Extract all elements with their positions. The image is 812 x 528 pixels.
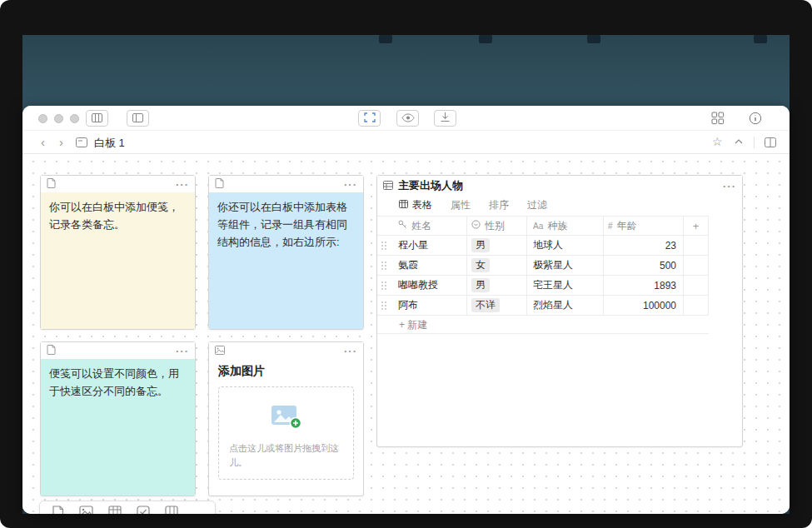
image-dropzone[interactable]: 点击这儿或将图片拖拽到这 儿。 bbox=[218, 386, 354, 480]
insert-table-button[interactable] bbox=[108, 506, 122, 514]
info-button[interactable] bbox=[749, 112, 762, 125]
gender-tag: 男 bbox=[471, 238, 490, 252]
note-icon bbox=[47, 177, 56, 192]
card-header: ··· bbox=[41, 342, 195, 359]
gender-tag: 不详 bbox=[471, 298, 500, 312]
cell-name[interactable]: 嘟嘟教授 bbox=[391, 276, 467, 295]
image-card-title: 添加图片 bbox=[218, 364, 354, 379]
add-column-button[interactable]: + bbox=[684, 217, 709, 235]
drag-handle-icon[interactable] bbox=[381, 262, 386, 270]
sticky-note-card[interactable]: ··· 你还可以在白板中添加表格等组件，记录一组具有相同结构的信息，如右边所示: bbox=[208, 175, 364, 330]
close-button[interactable] bbox=[38, 114, 47, 123]
split-view-button[interactable] bbox=[765, 137, 776, 147]
table-icon bbox=[383, 178, 393, 193]
cell-gender[interactable]: 女 bbox=[467, 256, 527, 275]
cell-race[interactable]: 极紫星人 bbox=[527, 256, 604, 275]
cell-age[interactable]: 100000 bbox=[604, 296, 684, 315]
column-header-age[interactable]: # 年龄 bbox=[604, 217, 684, 235]
cell-name[interactable]: 程小星 bbox=[391, 236, 467, 255]
note-icon bbox=[47, 343, 56, 358]
note-text: 你可以在白板中添加便笺，记录各类备忘。 bbox=[41, 192, 195, 329]
selection-frame-icon bbox=[364, 112, 376, 125]
add-row-button[interactable]: + 新建 bbox=[377, 316, 709, 334]
text-type-icon: Aa bbox=[533, 222, 543, 231]
insert-note-button[interactable] bbox=[52, 506, 64, 514]
card-more-button[interactable]: ··· bbox=[723, 181, 736, 192]
tab-table[interactable]: 表格 bbox=[399, 198, 432, 212]
desktop-wallpaper: ‹ › 白板 1 ☆ ··· 你可以在白板中添加便笺，记录各类备忘。 bbox=[22, 35, 790, 514]
column-header-race[interactable]: Aa 种族 bbox=[527, 217, 604, 235]
sidebar-toggle-button[interactable] bbox=[127, 110, 149, 127]
sticky-note-card[interactable]: ··· 便笺可以设置不同颜色，用于快速区分不同的备忘。 bbox=[40, 341, 196, 496]
select-type-icon bbox=[471, 220, 481, 232]
table-toolbar: 表格 属性 排序 过滤 bbox=[377, 194, 742, 216]
grid-icon bbox=[711, 115, 725, 127]
dropzone-hint: 点击这儿或将图片拖拽到这 儿。 bbox=[229, 441, 339, 470]
card-header: ··· bbox=[209, 176, 363, 192]
cell-name[interactable]: 氨霞 bbox=[391, 256, 467, 275]
cell-race[interactable]: 地球人 bbox=[527, 236, 604, 255]
note-text: 便笺可以设置不同颜色，用于快速区分不同的备忘。 bbox=[41, 359, 195, 496]
image-card[interactable]: ··· 添加图片 bbox=[208, 341, 364, 496]
column-header-name[interactable]: 姓名 bbox=[391, 217, 467, 235]
cell-age[interactable]: 1893 bbox=[604, 276, 684, 295]
cell-gender[interactable]: 不详 bbox=[467, 296, 527, 315]
whiteboard-icon bbox=[76, 137, 87, 147]
tab-properties[interactable]: 属性 bbox=[451, 198, 471, 212]
column-header-gender[interactable]: 性别 bbox=[467, 217, 527, 235]
table-title: 主要出场人物 bbox=[398, 178, 463, 193]
nav-back-button[interactable]: ‹ bbox=[41, 135, 45, 149]
drag-handle-icon[interactable] bbox=[381, 242, 386, 250]
cell-age[interactable]: 500 bbox=[604, 256, 684, 275]
eye-icon bbox=[401, 112, 415, 125]
card-header: 主要出场人物 ··· bbox=[377, 176, 742, 194]
insert-todo-button[interactable] bbox=[137, 506, 150, 514]
zoom-button[interactable] bbox=[70, 114, 79, 123]
tab-filter[interactable]: 过滤 bbox=[527, 198, 547, 212]
insert-toolbar bbox=[39, 501, 216, 514]
cell-race[interactable]: 烈焰星人 bbox=[527, 296, 604, 315]
select-frame-button[interactable] bbox=[358, 110, 381, 127]
drag-handle-icon[interactable] bbox=[381, 301, 386, 310]
cell-gender[interactable]: 男 bbox=[467, 276, 527, 295]
desktop-icon bbox=[587, 35, 600, 43]
card-header: ··· bbox=[209, 342, 363, 359]
board-view-button[interactable] bbox=[86, 110, 108, 127]
export-button[interactable] bbox=[434, 110, 456, 127]
desktop-icon bbox=[379, 35, 392, 43]
collapse-button[interactable] bbox=[735, 139, 743, 144]
cell-name[interactable]: 阿布 bbox=[391, 296, 467, 315]
table-row[interactable]: 程小星 男 地球人 23 bbox=[377, 236, 709, 256]
grid-small-icon bbox=[399, 199, 408, 211]
note-text: 你还可以在白板中添加表格等组件，记录一组具有相同结构的信息，如右边所示: bbox=[209, 192, 363, 329]
minimize-button[interactable] bbox=[54, 114, 63, 123]
view-grid-button[interactable] bbox=[711, 112, 725, 125]
sticky-note-card[interactable]: ··· 你可以在白板中添加便笺，记录各类备忘。 bbox=[40, 175, 196, 330]
table-card[interactable]: 主要出场人物 ··· 表格 属性 排序 过滤 bbox=[376, 175, 743, 447]
tab-sort[interactable]: 排序 bbox=[489, 198, 509, 212]
data-table: 姓名 性别 Aa 种族 # bbox=[377, 216, 709, 334]
favorite-star-button[interactable]: ☆ bbox=[712, 135, 723, 148]
table-row[interactable]: 氨霞 女 极紫星人 500 bbox=[377, 256, 709, 276]
desktop-icon bbox=[479, 35, 492, 43]
card-more-button[interactable]: ··· bbox=[344, 179, 357, 190]
preview-button[interactable] bbox=[396, 110, 419, 127]
gender-tag: 女 bbox=[471, 258, 490, 272]
page-title: 白板 1 bbox=[94, 136, 125, 151]
add-image-icon bbox=[271, 404, 302, 430]
card-more-button[interactable]: ··· bbox=[176, 346, 189, 356]
insert-board-button[interactable] bbox=[165, 506, 178, 514]
card-more-button[interactable]: ··· bbox=[176, 179, 189, 190]
cell-age[interactable]: 23 bbox=[604, 236, 684, 255]
card-more-button[interactable]: ··· bbox=[344, 346, 357, 356]
whiteboard-canvas[interactable]: ··· 你可以在白板中添加便笺，记录各类备忘。 ··· 你还可以在白板中添加表格… bbox=[22, 154, 790, 514]
nav-forward-button[interactable]: › bbox=[59, 135, 63, 149]
table-row[interactable]: 阿布 不详 烈焰星人 100000 bbox=[377, 296, 709, 316]
cell-gender[interactable]: 男 bbox=[467, 236, 527, 255]
desktop-icon bbox=[754, 35, 767, 43]
download-icon bbox=[440, 112, 451, 125]
table-row[interactable]: 嘟嘟教授 男 宅王星人 1893 bbox=[377, 276, 709, 296]
insert-image-button[interactable] bbox=[79, 506, 93, 514]
cell-race[interactable]: 宅王星人 bbox=[527, 276, 604, 295]
drag-handle-icon[interactable] bbox=[381, 281, 386, 290]
